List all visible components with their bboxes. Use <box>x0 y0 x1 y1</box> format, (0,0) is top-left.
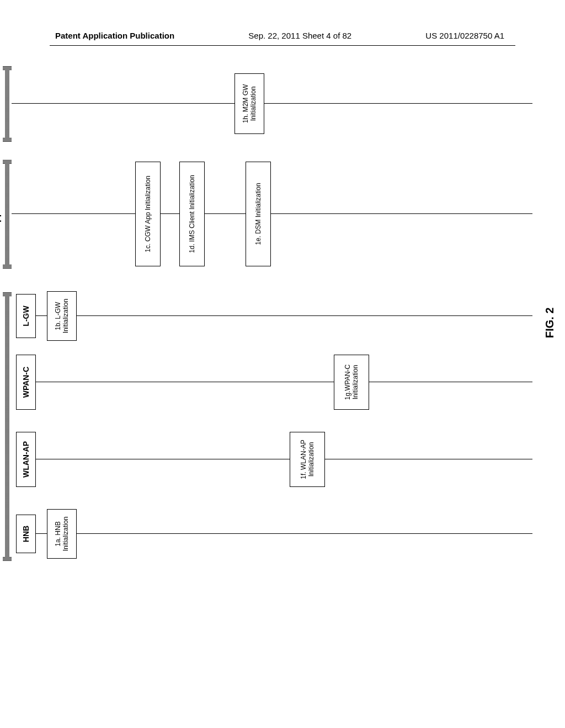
step-1b: 1b. L-GW Initialization <box>47 291 77 341</box>
lifeline-hnb <box>36 533 532 534</box>
lifeline-lgw <box>36 315 532 316</box>
step-1h: 1h. M2M GW Initialization <box>234 73 264 134</box>
step-1g: 1g.WPAN-C Initialization <box>334 355 369 410</box>
figure-label: FIG. 2 <box>543 307 556 338</box>
header-date-sheet: Sep. 22, 2011 Sheet 4 of 82 <box>248 31 351 40</box>
group-label-apps: CGW Applications <box>0 162 2 266</box>
entity-hnb: HNB <box>16 515 36 553</box>
step-1e: 1e. DSM Initialization <box>246 162 271 266</box>
lifeline-m2m <box>12 103 532 104</box>
sequence-diagram: CGW Entities CGW Applications M2M GW HNB… <box>0 145 565 597</box>
header-publication: Patent Application Publication <box>55 31 174 40</box>
step-1c: 1c. CGW App Initialization <box>135 162 161 266</box>
header-pub-number: US 2011/0228750 A1 <box>425 31 504 40</box>
step-1d: 1d. IMS Client Initialization <box>179 162 205 266</box>
group-bar-apps <box>5 162 9 266</box>
group-label-entities: CGW Entities <box>0 294 2 559</box>
group-label-m2m: M2M GW <box>0 68 2 140</box>
header-rule <box>50 45 515 46</box>
lifeline-wlan <box>36 459 532 459</box>
group-bar-m2m <box>5 68 9 140</box>
step-1f: 1f. WLAN-AP Initialization <box>290 432 325 487</box>
lifeline-wpan <box>36 382 532 382</box>
lifeline-apps <box>12 213 532 214</box>
group-bar-entities <box>5 294 9 559</box>
entity-wpan-c: WPAN-C <box>16 355 36 410</box>
entity-wlan-ap: WLAN-AP <box>16 432 36 487</box>
entity-lgw: L-GW <box>16 294 36 338</box>
step-1a: 1a. HNB Initialization <box>47 509 77 559</box>
